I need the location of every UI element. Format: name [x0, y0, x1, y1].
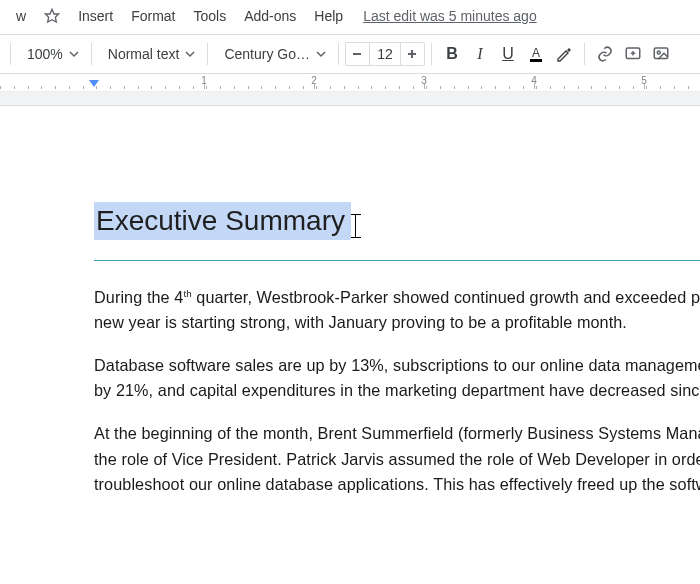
- ruler-label: 4: [531, 75, 537, 86]
- italic-button[interactable]: I: [466, 40, 494, 68]
- menu-item-addons[interactable]: Add-ons: [236, 4, 304, 28]
- chevron-down-icon: [316, 49, 326, 59]
- toolbar-separator: [10, 43, 11, 65]
- document-page[interactable]: Executive Summary During the 4th quarter…: [0, 106, 700, 584]
- heading-underline: [94, 260, 700, 261]
- body-paragraph[interactable]: At the beginning of the month, Brent Sum…: [94, 421, 700, 496]
- last-edit-link[interactable]: Last edit was 5 minutes ago: [353, 8, 537, 24]
- add-comment-button[interactable]: [619, 40, 647, 68]
- bold-button[interactable]: B: [438, 40, 466, 68]
- insert-image-button[interactable]: [647, 40, 675, 68]
- insert-link-button[interactable]: [591, 40, 619, 68]
- zoom-dropdown[interactable]: 100%: [17, 40, 85, 68]
- toolbar-separator: [91, 43, 92, 65]
- document-heading[interactable]: Executive Summary: [94, 202, 351, 240]
- paragraph-text: Database software sales are up by 13%, s…: [94, 356, 700, 399]
- paragraph-style-dropdown[interactable]: Normal text: [98, 40, 202, 68]
- ruler-label: 3: [421, 75, 427, 86]
- menu-bar: w Insert Format Tools Add-ons Help Last …: [0, 0, 700, 34]
- toolbar-separator: [207, 43, 208, 65]
- font-size-stepper: 12: [345, 42, 425, 66]
- underline-button[interactable]: U: [494, 40, 522, 68]
- chevron-down-icon: [185, 49, 195, 59]
- toolbar: 100% Normal text Century Go… 12 B I U A: [0, 34, 700, 74]
- font-size-increase-button[interactable]: [401, 42, 425, 66]
- paragraph-style-value: Normal text: [108, 46, 180, 62]
- svg-text:A: A: [532, 46, 540, 60]
- svg-rect-5: [530, 59, 542, 62]
- body-paragraph[interactable]: Database software sales are up by 13%, s…: [94, 353, 700, 403]
- toolbar-separator: [431, 43, 432, 65]
- horizontal-ruler[interactable]: 12345: [0, 74, 700, 92]
- svg-point-10: [657, 51, 660, 54]
- paragraph-text: During the 4: [94, 288, 183, 306]
- toolbar-separator: [584, 43, 585, 65]
- font-size-value[interactable]: 12: [369, 42, 401, 66]
- heading-row: Executive Summary: [94, 202, 700, 240]
- menu-item-help[interactable]: Help: [306, 4, 351, 28]
- ruler-ticks: 12345: [0, 74, 700, 91]
- document-canvas[interactable]: Executive Summary During the 4th quarter…: [0, 92, 700, 584]
- text-cursor-icon: [349, 212, 363, 240]
- text-color-button[interactable]: A: [522, 40, 550, 68]
- ruler-label: 2: [311, 75, 317, 86]
- highlight-button[interactable]: [550, 40, 578, 68]
- paragraph-text: At the beginning of the month, Brent Sum…: [94, 424, 700, 492]
- svg-marker-0: [45, 9, 58, 22]
- menu-item-format[interactable]: Format: [123, 4, 183, 28]
- font-family-dropdown[interactable]: Century Go…: [214, 40, 332, 68]
- menu-item-view[interactable]: w: [8, 4, 34, 28]
- font-size-decrease-button[interactable]: [345, 42, 369, 66]
- menu-item-tools[interactable]: Tools: [185, 4, 234, 28]
- star-icon[interactable]: [36, 8, 68, 24]
- font-family-value: Century Go…: [224, 46, 310, 62]
- svg-rect-1: [353, 53, 361, 55]
- svg-marker-11: [89, 80, 99, 87]
- menu-item-insert[interactable]: Insert: [70, 4, 121, 28]
- ruler-label: 5: [641, 75, 647, 86]
- body-paragraph[interactable]: During the 4th quarter, Westbrook-Parker…: [94, 285, 700, 335]
- indent-marker-icon[interactable]: [88, 79, 100, 93]
- ordinal-superscript: th: [183, 288, 191, 299]
- zoom-value: 100%: [27, 46, 63, 62]
- chevron-down-icon: [69, 49, 79, 59]
- svg-rect-3: [411, 50, 413, 58]
- toolbar-separator: [338, 43, 339, 65]
- ruler-label: 1: [201, 75, 207, 86]
